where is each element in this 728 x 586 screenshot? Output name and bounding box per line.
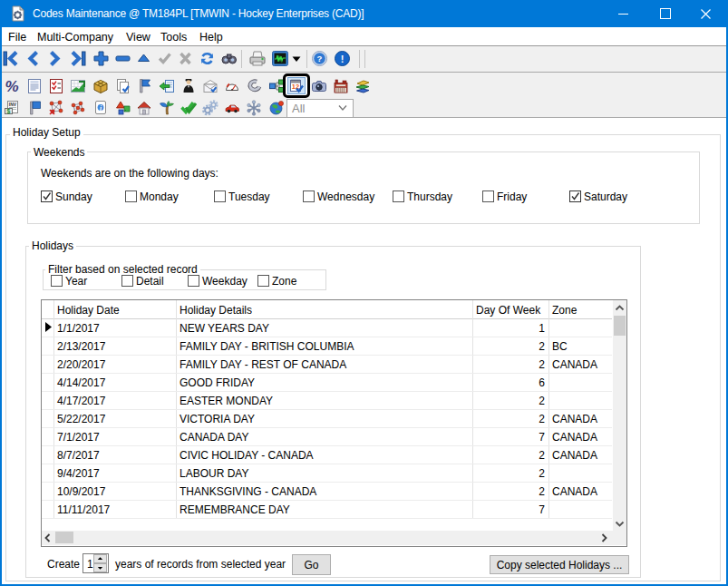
svg-text:?: ?	[317, 54, 323, 63]
svg-text:%: %	[5, 78, 18, 94]
svg-text:!: !	[341, 54, 345, 64]
svg-text:INV: INV	[9, 102, 17, 107]
svg-text:$: $	[7, 108, 11, 115]
